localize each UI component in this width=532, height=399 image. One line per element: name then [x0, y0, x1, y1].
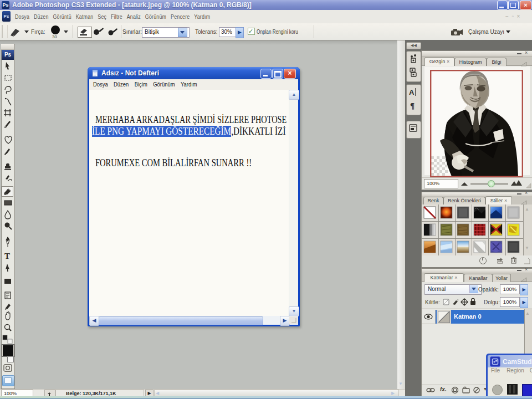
svg-text:A: A: [409, 88, 415, 96]
svg-text:T: T: [4, 252, 10, 260]
svg-text:¶: ¶: [410, 101, 415, 110]
